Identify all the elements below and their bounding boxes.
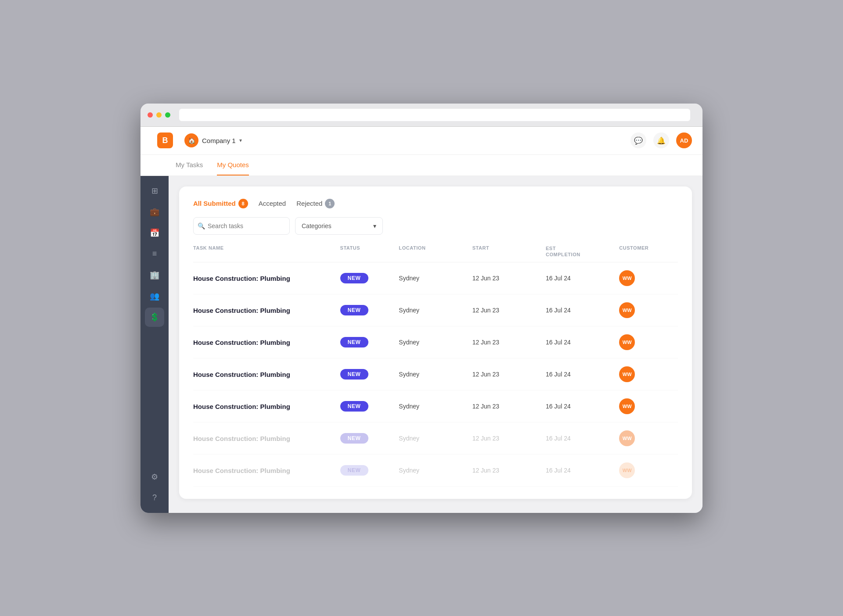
team-icon: 👥 (150, 291, 159, 301)
customer-cell: WW (619, 270, 678, 286)
app-logo: B (157, 133, 173, 148)
search-filter-row: 🔍 Categories ▾ (193, 217, 678, 235)
browser-dot-red[interactable] (148, 112, 153, 118)
est-completion-cell: 16 Jul 24 (546, 275, 619, 282)
tab-my-tasks[interactable]: My Tasks (176, 155, 203, 175)
browser-dot-green[interactable] (165, 112, 170, 118)
task-name-cell: House Construction: Plumbing (193, 467, 340, 474)
est-completion-cell: 16 Jul 24 (546, 371, 619, 378)
status-cell: NEW (340, 465, 399, 476)
start-cell: 12 Jun 23 (472, 467, 546, 474)
sidebar-item-calendar[interactable]: 📅 (145, 223, 164, 243)
bell-icon: 🔔 (657, 136, 666, 145)
table-row[interactable]: House Construction: Plumbing NEW Sydney … (193, 326, 678, 358)
dashboard-icon: ⊞ (151, 186, 158, 196)
calendar-icon: 📅 (150, 228, 159, 238)
customer-avatar: WW (619, 366, 635, 382)
status-badge: NEW (340, 305, 368, 315)
location-cell: Sydney (399, 371, 472, 378)
search-input[interactable] (193, 217, 290, 235)
location-cell: Sydney (399, 467, 472, 474)
status-cell: NEW (340, 369, 399, 380)
categories-dropdown[interactable]: Categories ▾ (295, 217, 383, 235)
customer-cell: WW (619, 334, 678, 350)
start-cell: 12 Jun 23 (472, 371, 546, 378)
filter-tab-accepted[interactable]: Accepted (259, 200, 286, 207)
sidebar-item-jobs[interactable]: 💼 (145, 202, 164, 222)
task-name-cell: House Construction: Plumbing (193, 403, 340, 410)
status-badge: NEW (340, 337, 368, 347)
start-cell: 12 Jun 23 (472, 275, 546, 282)
start-cell: 12 Jun 23 (472, 307, 546, 314)
customer-cell: WW (619, 302, 678, 318)
task-name-cell: House Construction: Plumbing (193, 435, 340, 442)
search-input-wrap: 🔍 (193, 217, 290, 235)
table-row[interactable]: House Construction: Plumbing NEW Sydney … (193, 358, 678, 390)
location-cell: Sydney (399, 339, 472, 346)
col-header-start: START (472, 245, 546, 258)
status-badge: NEW (340, 401, 368, 412)
location-cell: Sydney (399, 403, 472, 410)
browser-dot-yellow[interactable] (156, 112, 162, 118)
list-icon: ≡ (152, 249, 157, 258)
sidebar-item-list[interactable]: ≡ (145, 244, 164, 264)
chat-button[interactable]: 💬 (630, 133, 646, 148)
notifications-button[interactable]: 🔔 (653, 133, 669, 148)
table-row[interactable]: House Construction: Plumbing NEW Sydney … (193, 455, 678, 487)
company-selector[interactable]: 🏠 Company 1 ▾ (179, 131, 247, 150)
status-cell: NEW (340, 273, 399, 283)
customer-avatar: WW (619, 334, 635, 350)
customer-cell: WW (619, 398, 678, 414)
status-cell: NEW (340, 401, 399, 412)
tab-my-quotes[interactable]: My Quotes (217, 155, 249, 175)
sidebar-item-team[interactable]: 👥 (145, 287, 164, 306)
task-name-cell: House Construction: Plumbing (193, 371, 340, 378)
col-header-location: LOCATION (399, 245, 472, 258)
customer-avatar: WW (619, 270, 635, 286)
customer-avatar: WW (619, 398, 635, 414)
logo-area: B (151, 133, 179, 148)
sidebar-item-finance[interactable]: 💲 (145, 308, 164, 327)
filter-tab-rejected[interactable]: Rejected 1 (296, 199, 335, 208)
customer-cell: WW (619, 430, 678, 446)
col-header-task-name: TASK NAME (193, 245, 340, 258)
user-avatar-button[interactable]: AD (676, 133, 692, 148)
table-row[interactable]: House Construction: Plumbing NEW Sydney … (193, 294, 678, 326)
sidebar-item-help[interactable]: ? (145, 488, 164, 508)
status-cell: NEW (340, 433, 399, 444)
browser-url-bar[interactable] (179, 109, 690, 121)
status-badge: NEW (340, 465, 368, 476)
task-name-cell: House Construction: Plumbing (193, 307, 340, 314)
categories-label: Categories (302, 222, 331, 229)
location-cell: Sydney (399, 435, 472, 442)
finance-icon: 💲 (150, 312, 159, 322)
table-header: TASK NAME STATUS LOCATION START EST (193, 245, 678, 263)
task-name-cell: House Construction: Plumbing (193, 275, 340, 282)
table-rows: House Construction: Plumbing NEW Sydney … (193, 262, 678, 487)
company-icon: 🏢 (150, 270, 159, 280)
est-completion-cell: 16 Jul 24 (546, 435, 619, 442)
sidebar-item-dashboard[interactable]: ⊞ (145, 181, 164, 201)
customer-cell: WW (619, 462, 678, 478)
sidebar-item-settings[interactable]: ⚙ (145, 467, 164, 487)
jobs-icon: 💼 (150, 207, 159, 217)
table-row[interactable]: House Construction: Plumbing NEW Sydney … (193, 390, 678, 423)
col-header-customer: CUSTOMER (619, 245, 678, 258)
sidebar-item-company[interactable]: 🏢 (145, 265, 164, 285)
start-cell: 12 Jun 23 (472, 339, 546, 346)
task-name-cell: House Construction: Plumbing (193, 339, 340, 346)
location-cell: Sydney (399, 275, 472, 282)
status-badge: NEW (340, 369, 368, 380)
start-cell: 12 Jun 23 (472, 403, 546, 410)
top-header: B 🏠 Company 1 ▾ 💬 🔔 AD (140, 127, 702, 155)
filter-tab-all-submitted[interactable]: All Submitted 8 (193, 199, 248, 208)
chat-icon: 💬 (634, 136, 643, 145)
status-badge: NEW (340, 433, 368, 444)
customer-avatar: WW (619, 462, 635, 478)
help-icon: ? (152, 493, 157, 502)
table-row[interactable]: House Construction: Plumbing NEW Sydney … (193, 262, 678, 294)
table-row[interactable]: House Construction: Plumbing NEW Sydney … (193, 423, 678, 455)
company-name: Company 1 (202, 137, 236, 144)
col-header-status: STATUS (340, 245, 399, 258)
est-completion-cell: 16 Jul 24 (546, 307, 619, 314)
